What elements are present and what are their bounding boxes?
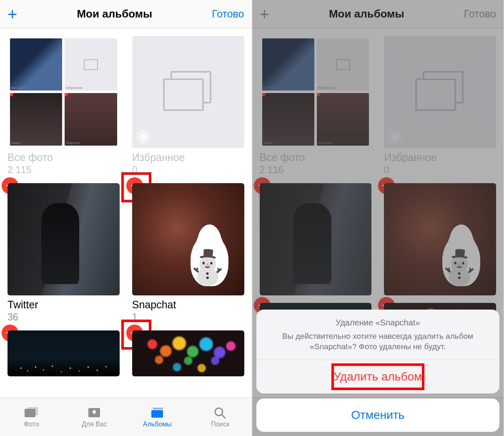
album-count: 2 115 — [8, 164, 120, 176]
mini-collage: Все фото Избранное Twitter Snapchat — [8, 36, 120, 148]
tab-label: Альбомы — [143, 421, 172, 428]
album-favorites[interactable]: Избранное 0 — [384, 36, 496, 176]
action-sheet: Удаление «Snapchat» Вы действительно хот… — [256, 310, 500, 432]
album-twitter[interactable]: Twitter 36 — [8, 183, 120, 323]
album-all-photos[interactable]: Все фото Избранное Twitter Snapchat Все … — [8, 36, 120, 176]
done-button[interactable]: Готово — [464, 8, 496, 20]
svg-line-6 — [222, 415, 225, 418]
add-button[interactable]: + — [8, 10, 17, 18]
cancel-button[interactable]: Отменить — [256, 398, 500, 432]
heart-icon — [136, 130, 150, 144]
mini-collage: Все фото Избранное Twitter Snapchat — [260, 36, 372, 148]
album-thumb — [260, 183, 372, 295]
album-title: Twitter — [8, 299, 120, 311]
tab-search[interactable]: Поиск — [189, 398, 252, 436]
page-title: Мои альбомы — [77, 8, 152, 20]
add-button[interactable]: + — [260, 10, 269, 18]
cancel-label: Отменить — [351, 408, 404, 421]
album-twitter[interactable] — [260, 183, 372, 295]
tab-label: Фото — [24, 421, 39, 428]
navbar: + Мои альбомы Готово — [252, 0, 504, 28]
svg-rect-3 — [153, 408, 163, 409]
album-thumb — [8, 330, 120, 376]
action-sheet-header: Удаление «Snapchat» Вы действительно хот… — [256, 310, 500, 360]
album-title: Избранное — [384, 151, 496, 164]
navbar: + Мои альбомы Готово — [0, 0, 252, 28]
stack-icon — [415, 71, 465, 113]
album-count: 36 — [8, 312, 120, 323]
album-thumb — [8, 183, 120, 295]
album-thumb — [384, 183, 496, 295]
action-sheet-message: Вы действительно хотите навсегда удалить… — [266, 331, 491, 352]
done-button[interactable]: Готово — [212, 8, 244, 20]
action-sheet-title: Удаление «Snapchat» — [266, 318, 491, 328]
album-title: Все фото — [8, 151, 120, 164]
album-title: Все фото — [260, 151, 372, 164]
page-title: Мои альбомы — [329, 8, 404, 20]
tab-label: Поиск — [211, 421, 229, 428]
album-snapchat[interactable] — [384, 183, 496, 295]
album-snapchat[interactable]: Snapchat 1 — [132, 183, 244, 323]
tab-label: Для Вас — [82, 421, 107, 428]
delete-album-label: Удалить альбом — [333, 370, 422, 383]
delete-album-action[interactable]: Удалить альбом — [256, 360, 500, 393]
tab-albums[interactable]: Альбомы — [126, 398, 189, 436]
album-thumb — [132, 183, 244, 295]
album-thumb — [132, 36, 244, 148]
stack-icon — [163, 71, 213, 113]
tab-photos[interactable]: Фото — [0, 398, 63, 436]
tabbar: Фото Для Вас Альбомы Поиск — [0, 398, 252, 436]
svg-rect-4 — [151, 410, 163, 418]
phone-left: + Мои альбомы Готово Все фото Избранное … — [0, 0, 252, 436]
album-thumb: Все фото Избранное Twitter Snapchat — [8, 36, 120, 148]
album-thumb — [132, 330, 244, 376]
album-count: 0 — [384, 164, 496, 176]
album-count: 1 — [132, 312, 244, 323]
album-count: 2 116 — [260, 164, 372, 176]
svg-rect-1 — [27, 407, 38, 416]
album-thumb — [384, 36, 496, 148]
content: Все фото Избранное Twitter Snapchat Все … — [0, 28, 252, 398]
album-title: Избранное — [132, 151, 244, 164]
phone-right: + Мои альбомы Готово Все фото Избранное … — [252, 0, 504, 436]
album-title: Snapchat — [132, 299, 244, 311]
album-extra-2[interactable] — [132, 330, 244, 376]
album-extra-1[interactable] — [8, 330, 120, 376]
album-count: 0 — [132, 164, 244, 176]
tab-for-you[interactable]: Для Вас — [63, 398, 126, 436]
album-favorites[interactable]: Избранное 0 — [132, 36, 244, 176]
action-sheet-panel: Удаление «Snapchat» Вы действительно хот… — [256, 310, 500, 393]
album-all-photos[interactable]: Все фото Избранное Twitter Snapchat Все … — [260, 36, 372, 176]
heart-icon — [388, 130, 402, 144]
album-thumb: Все фото Избранное Twitter Snapchat — [260, 36, 372, 148]
